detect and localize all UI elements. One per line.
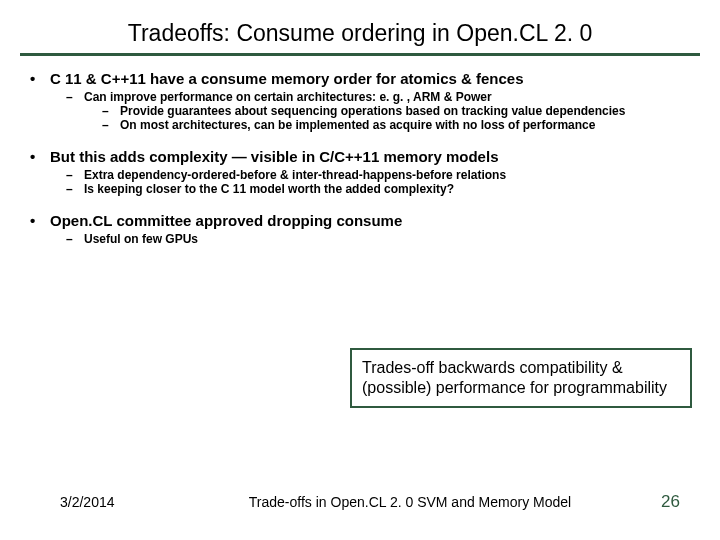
bullet-1-sub-0-text: Extra dependency-ordered-before & inter-…: [84, 168, 506, 182]
dash-icon: –: [102, 118, 120, 132]
footer: 3/2/2014 Trade-offs in Open.CL 2. 0 SVM …: [0, 492, 720, 512]
dash-icon: –: [102, 104, 120, 118]
callout-box: Trades-off backwards compatibility & (po…: [350, 348, 692, 408]
bullet-block-2: • Open.CL committee approved dropping co…: [28, 212, 692, 246]
footer-page-number: 26: [620, 492, 680, 512]
bullet-0-text: C 11 & C++11 have a consume memory order…: [50, 70, 524, 87]
bullet-0-sub-0: – Can improve performance on certain arc…: [66, 90, 692, 104]
dash-icon: –: [66, 182, 84, 196]
bullet-0: • C 11 & C++11 have a consume memory ord…: [28, 70, 692, 87]
footer-title: Trade-offs in Open.CL 2. 0 SVM and Memor…: [200, 494, 620, 510]
bullet-2-sub-0-text: Useful on few GPUs: [84, 232, 198, 246]
bullet-1: • But this adds complexity — visible in …: [28, 148, 692, 165]
bullet-block-1: • But this adds complexity — visible in …: [28, 148, 692, 196]
bullet-2-text: Open.CL committee approved dropping cons…: [50, 212, 402, 229]
bullet-0-sub-0-sub-1-text: On most architectures, can be implemente…: [120, 118, 595, 132]
bullet-0-sub-0-sub-0: – Provide guarantees about sequencing op…: [102, 104, 692, 118]
bullet-1-sub-0: – Extra dependency-ordered-before & inte…: [66, 168, 692, 182]
title-rule: [20, 53, 700, 56]
bullet-0-sub-0-sub-0-text: Provide guarantees about sequencing oper…: [120, 104, 625, 118]
dash-icon: –: [66, 232, 84, 246]
bullet-1-sub-1: – Is keeping closer to the C 11 model wo…: [66, 182, 692, 196]
bullet-0-sub-0-text: Can improve performance on certain archi…: [84, 90, 492, 104]
bullet-block-0: • C 11 & C++11 have a consume memory ord…: [28, 70, 692, 132]
bullet-dot: •: [28, 70, 50, 87]
dash-icon: –: [66, 168, 84, 182]
slide-title: Tradeoffs: Consume ordering in Open.CL 2…: [20, 20, 700, 47]
bullet-1-sub-1-text: Is keeping closer to the C 11 model wort…: [84, 182, 454, 196]
bullet-dot: •: [28, 148, 50, 165]
dash-icon: –: [66, 90, 84, 104]
bullet-dot: •: [28, 212, 50, 229]
footer-date: 3/2/2014: [60, 494, 200, 510]
bullet-1-text: But this adds complexity — visible in C/…: [50, 148, 498, 165]
content-area: • C 11 & C++11 have a consume memory ord…: [20, 70, 700, 246]
bullet-0-sub-0-sub-1: – On most architectures, can be implemen…: [102, 118, 692, 132]
bullet-2-sub-0: – Useful on few GPUs: [66, 232, 692, 246]
bullet-2: • Open.CL committee approved dropping co…: [28, 212, 692, 229]
